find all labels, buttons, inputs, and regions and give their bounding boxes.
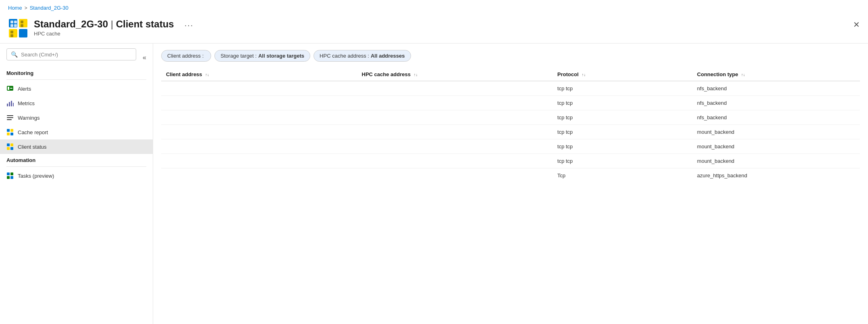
table-row: Tcp azure_https_backend: [161, 168, 860, 183]
storage-target-filter-label: Storage target :: [220, 53, 257, 59]
svg-rect-27: [10, 143, 13, 146]
hpc-cache-address-filter-value: All addresses: [371, 53, 405, 59]
svg-rect-20: [7, 117, 13, 118]
cell-connection-type-4: mount_backend: [692, 139, 860, 154]
cell-client-address-4: [161, 139, 357, 154]
hpc-cache-address-filter[interactable]: HPC cache address : All addresses: [314, 50, 411, 62]
svg-rect-24: [7, 133, 10, 135]
hpc-cache-icon: [8, 18, 28, 38]
content-area: Client address : Storage target : All st…: [153, 44, 868, 324]
search-input[interactable]: [21, 52, 132, 58]
cell-connection-type-6: azure_https_backend: [692, 168, 860, 183]
sidebar-item-tasks[interactable]: Tasks (preview): [0, 168, 153, 183]
col-header-protocol[interactable]: Protocol ↑↓: [552, 68, 692, 81]
client-address-filter-label: Client address :: [167, 53, 204, 59]
tasks-label: Tasks (preview): [18, 173, 54, 179]
sort-icon-connection[interactable]: ↑↓: [741, 73, 745, 77]
cell-hpc-cache-address-0: [357, 81, 553, 96]
sidebar-item-warnings[interactable]: Warnings: [0, 110, 153, 125]
sort-icon-protocol[interactable]: ↑↓: [581, 73, 586, 77]
metrics-icon: [6, 100, 14, 107]
page-header: Standard_2G-30 | Client status ··· HPC c…: [0, 16, 868, 44]
cell-client-address-3: [161, 125, 357, 139]
sidebar-item-client-status[interactable]: Client status: [0, 139, 153, 154]
client-status-table: Client address ↑↓ HPC cache address ↑↓ P…: [161, 68, 860, 183]
cell-protocol-6: Tcp: [552, 168, 692, 183]
cell-connection-type-0: nfs_backend: [692, 81, 860, 96]
automation-section-label: Automation: [0, 154, 153, 165]
cell-connection-type-2: nfs_backend: [692, 110, 860, 125]
sidebar-item-metrics[interactable]: Metrics: [0, 96, 153, 110]
breadcrumb-home[interactable]: Home: [8, 5, 22, 11]
svg-rect-22: [7, 129, 10, 132]
table-row: tcp tcp mount_backend: [161, 139, 860, 154]
storage-target-filter-value: All storage targets: [258, 53, 304, 59]
table-row: tcp tcp nfs_backend: [161, 96, 860, 110]
cell-hpc-cache-address-1: [357, 96, 553, 110]
cell-hpc-cache-address-2: [357, 110, 553, 125]
sort-icon-client[interactable]: ↑↓: [205, 73, 209, 77]
close-button[interactable]: ✕: [853, 20, 860, 29]
svg-rect-16: [9, 102, 10, 106]
search-box[interactable]: 🔍: [6, 48, 136, 60]
svg-rect-5: [14, 21, 17, 23]
table-row: tcp tcp nfs_backend: [161, 81, 860, 96]
sidebar-item-cache-report[interactable]: Cache report: [0, 125, 153, 139]
monitoring-divider: [6, 79, 146, 80]
page-title: Standard_2G-30 | Client status: [34, 19, 174, 30]
svg-rect-33: [10, 176, 13, 179]
svg-rect-9: [21, 24, 23, 27]
svg-rect-10: [10, 31, 13, 33]
breadcrumb-separator: >: [25, 5, 27, 11]
hpc-cache-address-filter-label: HPC cache address :: [320, 53, 369, 59]
col-header-connection-type[interactable]: Connection type ↑↓: [692, 68, 860, 81]
breadcrumb: Home > Standard_2G-30: [0, 0, 868, 16]
client-status-icon: [6, 143, 14, 150]
svg-rect-23: [10, 129, 13, 132]
cell-protocol-1: tcp tcp: [552, 96, 692, 110]
cell-client-address-1: [161, 96, 357, 110]
cell-hpc-cache-address-6: [357, 168, 553, 183]
cell-connection-type-1: nfs_backend: [692, 96, 860, 110]
svg-rect-13: [8, 87, 9, 90]
cache-report-label: Cache report: [18, 129, 48, 135]
svg-rect-31: [10, 172, 13, 175]
cell-client-address-5: [161, 154, 357, 168]
warnings-icon: [6, 114, 14, 121]
tasks-icon: [6, 172, 14, 179]
svg-rect-4: [10, 21, 13, 23]
more-options-button[interactable]: ···: [185, 21, 194, 30]
table-header-row: Client address ↑↓ HPC cache address ↑↓ P…: [161, 68, 860, 81]
sidebar-item-alerts[interactable]: Alerts: [0, 81, 153, 96]
cell-protocol-2: tcp tcp: [552, 110, 692, 125]
client-status-label: Client status: [18, 144, 47, 150]
svg-rect-3: [19, 29, 27, 37]
svg-rect-15: [7, 104, 8, 106]
table-row: tcp tcp mount_backend: [161, 154, 860, 168]
table-row: tcp tcp mount_backend: [161, 125, 860, 139]
svg-rect-14: [10, 88, 12, 89]
svg-rect-18: [13, 103, 14, 106]
svg-rect-25: [10, 133, 13, 135]
svg-rect-8: [21, 21, 23, 23]
svg-rect-30: [7, 172, 10, 175]
filter-row: Client address : Storage target : All st…: [161, 50, 860, 62]
sidebar: 🔍 « Monitoring Alerts Metrics: [0, 44, 153, 324]
cell-hpc-cache-address-4: [357, 139, 553, 154]
client-address-filter[interactable]: Client address :: [161, 50, 211, 62]
breadcrumb-current[interactable]: Standard_2G-30: [30, 5, 69, 11]
sort-icon-hpc[interactable]: ↑↓: [414, 73, 418, 77]
table-row: tcp tcp nfs_backend: [161, 110, 860, 125]
page-subtitle: HPC cache: [34, 31, 193, 37]
col-header-client-address[interactable]: Client address ↑↓: [161, 68, 357, 81]
cell-connection-type-5: mount_backend: [692, 154, 860, 168]
table-container: Client address ↑↓ HPC cache address ↑↓ P…: [161, 68, 860, 318]
svg-rect-21: [7, 119, 12, 120]
svg-rect-11: [10, 34, 13, 37]
col-header-hpc-cache-address[interactable]: HPC cache address ↑↓: [357, 68, 553, 81]
alerts-icon: [6, 85, 14, 92]
cell-hpc-cache-address-5: [357, 154, 553, 168]
storage-target-filter[interactable]: Storage target : All storage targets: [214, 50, 310, 62]
collapse-sidebar-button[interactable]: «: [143, 54, 146, 61]
cell-protocol-0: tcp tcp: [552, 81, 692, 96]
